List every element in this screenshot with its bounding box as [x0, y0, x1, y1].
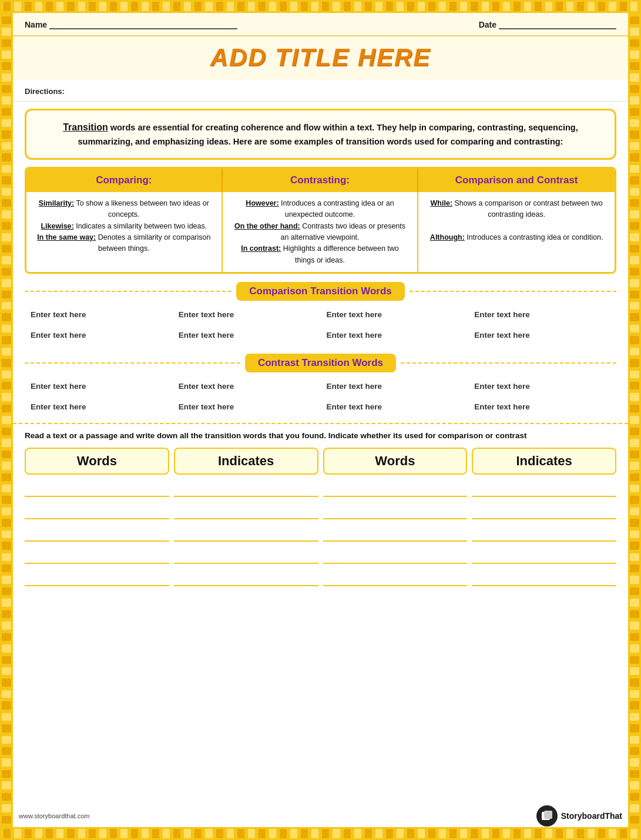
logo-text: StoryboardThat — [561, 811, 622, 821]
term-however: However: — [246, 199, 278, 207]
contrast-entry-2-2[interactable]: Enter text here — [173, 398, 321, 416]
wi-line-w2-2[interactable] — [323, 505, 468, 519]
dotted-line-left-contrast — [25, 362, 240, 364]
comparison-entry-1-2[interactable]: Enter text here — [173, 305, 321, 324]
date-line: Date — [479, 19, 616, 29]
term-similarity: Similarity: — [39, 199, 74, 207]
term-likewise: Likewise: — [41, 222, 73, 230]
wi-col-indicates-2 — [472, 479, 616, 586]
comparison-entry-1-4[interactable]: Enter text here — [468, 305, 616, 324]
table-header-contrasting: Contrasting: — [223, 169, 419, 192]
footer-logo: StoryboardThat — [536, 805, 622, 826]
comparison-entry-2-2[interactable]: Enter text here — [173, 326, 321, 344]
dotted-line-right-comparison — [410, 291, 616, 292]
info-box-rest: words are essential for creating coheren… — [78, 123, 578, 146]
wi-line-w1-3[interactable] — [25, 527, 169, 542]
wi-header-indicates-2: Indicates — [472, 448, 616, 475]
info-box: Transition words are essential for creat… — [25, 109, 616, 160]
wi-line-i2-4[interactable] — [472, 550, 616, 564]
comparison-entry-1-1[interactable]: Enter text here — [25, 305, 173, 324]
term-although: Although: — [430, 233, 465, 241]
contrast-entries: Enter text here Enter text here Enter te… — [25, 376, 616, 417]
contrast-entry-1-4[interactable]: Enter text here — [468, 377, 616, 395]
wi-data-rows — [25, 479, 616, 586]
table-header-row: Comparing: Contrasting: Comparison and C… — [26, 169, 615, 192]
wi-line-i2-2[interactable] — [472, 505, 616, 519]
footer-url: www.storyboardthat.com — [19, 812, 89, 819]
wi-line-i1-5[interactable] — [174, 572, 318, 586]
wi-col-indicates-1 — [174, 479, 318, 586]
date-underline[interactable] — [499, 19, 616, 29]
wi-line-i2-3[interactable] — [472, 527, 616, 542]
table-cell-comparing: Similarity: To show a likeness between t… — [26, 192, 223, 272]
wi-line-w1-5[interactable] — [25, 572, 169, 586]
wi-line-w1-1[interactable] — [25, 483, 169, 497]
wi-line-w2-1[interactable] — [323, 483, 468, 497]
table-body-row: Similarity: To show a likeness between t… — [26, 192, 615, 272]
date-label: Date — [479, 20, 496, 29]
logo-icon — [536, 805, 558, 826]
comparison-entry-2-3[interactable]: Enter text here — [321, 326, 469, 344]
contrast-section-label: Contrast Transition Words — [245, 354, 396, 372]
contrast-section-header: Contrast Transition Words — [25, 354, 616, 372]
transition-bold-word: Transition — [63, 122, 108, 132]
comparison-entries: Enter text here Enter text here Enter te… — [25, 304, 616, 345]
contrast-entry-1-3[interactable]: Enter text here — [321, 377, 469, 395]
wi-line-w1-4[interactable] — [25, 550, 169, 564]
wi-line-w1-2[interactable] — [25, 505, 169, 519]
comparison-entry-1-3[interactable]: Enter text here — [321, 305, 469, 324]
wi-line-i1-1[interactable] — [174, 483, 318, 497]
wi-line-i1-3[interactable] — [174, 527, 318, 542]
comparison-entry-2-4[interactable]: Enter text here — [468, 326, 616, 344]
footer: www.storyboardthat.com StoryboardThat — [13, 805, 628, 827]
header-area: Name Date — [13, 13, 628, 36]
term-same-way: In the same way: — [37, 233, 96, 241]
dotted-line-right-contrast — [401, 362, 616, 364]
name-date-row: Name Date — [25, 19, 616, 32]
reading-task-text: Read a text or a passage and write down … — [25, 430, 616, 442]
table-cell-contrasting: However: Introduces a contrasting idea o… — [223, 192, 419, 272]
wi-line-w2-5[interactable] — [323, 572, 468, 586]
contrast-entry-row-1: Enter text here Enter text here Enter te… — [25, 376, 616, 397]
contrast-entry-row-2: Enter text here Enter text here Enter te… — [25, 397, 616, 417]
contrast-entry-2-3[interactable]: Enter text here — [321, 398, 469, 416]
wi-header-row: Words Indicates Words Indicates — [25, 448, 616, 475]
table-header-comparison-contrast: Comparison and Contrast — [418, 169, 615, 192]
comparison-entry-2-1[interactable]: Enter text here — [25, 326, 173, 344]
term-while: While: — [431, 199, 453, 207]
comparison-section-header: Comparison Transition Words — [25, 282, 616, 301]
term-in-contrast: In contrast: — [241, 244, 281, 253]
name-line: Name — [25, 19, 237, 29]
contrast-entry-2-4[interactable]: Enter text here — [468, 398, 616, 416]
comparison-entry-row-1: Enter text here Enter text here Enter te… — [25, 304, 616, 325]
table-cell-both: While: Shows a comparison or contrast be… — [418, 192, 615, 272]
wi-header-indicates-1: Indicates — [174, 448, 318, 475]
wi-header-words-2: Words — [323, 448, 468, 475]
term-other-hand: On the other hand: — [234, 222, 300, 230]
wi-line-w2-3[interactable] — [323, 527, 468, 542]
name-label: Name — [25, 20, 47, 29]
wi-line-w2-4[interactable] — [323, 550, 468, 564]
border-bottom — [0, 827, 641, 840]
wi-line-i1-2[interactable] — [174, 505, 318, 519]
wi-col-words-1 — [25, 479, 169, 586]
border-left — [0, 13, 13, 827]
wi-line-i2-1[interactable] — [472, 483, 616, 497]
wi-line-i1-4[interactable] — [174, 550, 318, 564]
contrast-entry-1-2[interactable]: Enter text here — [173, 377, 321, 395]
main-content: Name Date ADD TITLE HERE Directions: Tra… — [13, 13, 628, 627]
wi-line-i2-5[interactable] — [472, 572, 616, 586]
comparison-section-label: Comparison Transition Words — [236, 282, 404, 301]
wi-table: Words Indicates Words Indicates — [25, 448, 616, 586]
contrast-entry-2-1[interactable]: Enter text here — [25, 398, 173, 416]
name-underline[interactable] — [49, 19, 237, 29]
directions-area: Directions: — [13, 80, 628, 102]
border-top — [0, 0, 641, 13]
comparison-entry-row-2: Enter text here Enter text here Enter te… — [25, 325, 616, 345]
svg-rect-1 — [544, 811, 552, 819]
info-box-text: Transition words are essential for creat… — [38, 120, 603, 149]
table-header-comparing: Comparing: — [26, 169, 223, 192]
contrast-entry-1-1[interactable]: Enter text here — [25, 377, 173, 395]
page-title[interactable]: ADD TITLE HERE — [19, 43, 622, 72]
dotted-line-left-comparison — [25, 291, 231, 292]
